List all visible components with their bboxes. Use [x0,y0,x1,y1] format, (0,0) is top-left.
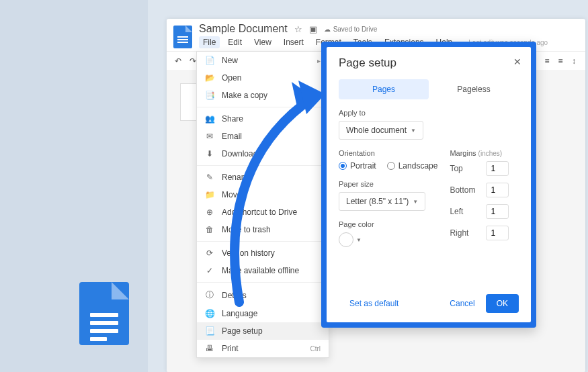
menu-file[interactable]: File [199,36,220,48]
margin-row-top: Top [450,161,519,176]
close-icon[interactable]: ✕ [513,56,521,67]
apply-to-label: Apply to [339,109,519,117]
menu-separator [197,107,329,107]
menu-separator [197,165,329,166]
menu-insert[interactable]: Insert [280,36,308,48]
menu-item-icon: ⬇ [205,149,214,158]
margin-label: Top [450,164,480,173]
radio-landscape[interactable]: Landscape [387,161,438,171]
chevron-down-icon: ▼ [413,199,418,205]
saved-status: ☁ Saved to Drive [324,26,378,33]
menu-item-icon: ⊕ [205,207,214,217]
file-menu-new[interactable]: 📄New▸ [197,52,329,69]
menu-item-icon: ⟳ [205,248,214,258]
margin-bottom-input[interactable] [486,183,509,197]
set-default-button[interactable]: Set as default [339,294,409,313]
file-menu-make-a-copy[interactable]: 📑Make a copy [197,87,329,104]
margin-left-input[interactable] [486,204,509,219]
file-menu-email[interactable]: ✉Email [197,128,329,145]
file-menu-rename[interactable]: ✎Rename [197,169,329,186]
file-menu: 📄New▸📂Open📑Make a copy👥Share✉Email⬇Downl… [196,51,329,358]
menu-edit[interactable]: Edit [224,36,246,48]
margin-right-input[interactable] [486,226,509,240]
menu-item-icon: 👥 [205,114,214,124]
chevron-down-icon: ▼ [411,128,416,134]
orientation-label: Orientation [339,149,437,157]
file-menu-make-available-offline[interactable]: ✓Make available offline [197,262,329,279]
ok-button[interactable]: OK [486,294,519,313]
paper-size-dropdown[interactable]: Letter (8.5" x 11")▼ [339,192,425,211]
line-spacing-icon[interactable]: ↕ [569,56,579,66]
file-menu-details[interactable]: ⓘDetails [197,285,329,305]
tab-pages[interactable]: Pages [339,79,429,99]
margin-label: Left [450,207,480,216]
chevron-right-icon: ▸ [317,57,321,64]
document-title[interactable]: Sample Document [199,23,288,35]
margin-label: Right [450,228,480,238]
page-color-swatch[interactable] [339,232,353,247]
menu-item-icon: 🖶 [205,344,214,353]
google-docs-logo [79,282,129,345]
align-justify-icon[interactable]: ≡ [556,56,565,66]
docs-icon [173,26,192,48]
file-menu-add-shortcut-to-drive[interactable]: ⊕Add shortcut to Drive [197,203,329,221]
star-icon[interactable]: ☆ [294,24,302,34]
dialog-title: Page setup [339,56,519,70]
menu-item-icon: ⓘ [205,289,214,301]
move-to-folder-icon[interactable]: ▣ [309,24,317,34]
file-menu-move-to-trash[interactable]: 🗑Move to trash [197,221,329,238]
margin-row-bottom: Bottom [450,183,519,197]
menu-item-icon: 📃 [205,326,214,336]
menu-item-icon: 📂 [205,73,214,83]
chevron-down-icon[interactable]: ▼ [356,237,362,243]
margin-row-left: Left [450,204,519,219]
page-setup-dialog: Page setup ✕ Pages Pageless Apply to Who… [321,42,536,328]
menu-item-icon: ✉ [205,132,214,141]
margins-label: Margins (inches) [450,149,519,157]
tab-pageless[interactable]: Pageless [429,79,519,99]
file-menu-page-setup[interactable]: 📃Page setup [197,322,329,340]
radio-portrait[interactable]: Portrait [339,161,376,171]
undo-icon[interactable]: ↶ [173,56,183,66]
menu-item-icon: 📑 [205,91,214,100]
menu-item-icon: 🌐 [205,309,214,318]
cancel-button[interactable]: Cancel [439,294,485,313]
apply-to-dropdown[interactable]: Whole document▼ [339,121,423,140]
cloud-icon: ☁ [324,26,331,33]
menu-item-icon: ✓ [205,266,214,275]
menu-item-icon: 📄 [205,56,214,65]
menu-view[interactable]: View [250,36,276,48]
margin-row-right: Right [450,226,519,240]
file-menu-download[interactable]: ⬇Download [197,145,329,162]
margin-label: Bottom [450,185,480,195]
align-right-icon[interactable]: ≡ [542,56,552,66]
file-menu-move[interactable]: 📁Move [197,186,329,203]
file-menu-print[interactable]: 🖶PrintCtrl [197,340,329,357]
menu-item-icon: ✎ [205,173,214,182]
menu-item-icon: 🗑 [205,225,214,234]
menu-item-icon: 📁 [205,190,214,199]
page-color-label: Page color [339,220,437,228]
file-menu-version-history[interactable]: ⟳Version history [197,244,329,262]
margin-top-input[interactable] [486,161,509,176]
menu-separator [197,282,329,283]
file-menu-open[interactable]: 📂Open [197,69,329,87]
file-menu-share[interactable]: 👥Share [197,110,329,128]
paper-size-label: Paper size [339,180,437,188]
file-menu-language[interactable]: 🌐Language [197,305,329,322]
menu-separator [197,241,329,242]
